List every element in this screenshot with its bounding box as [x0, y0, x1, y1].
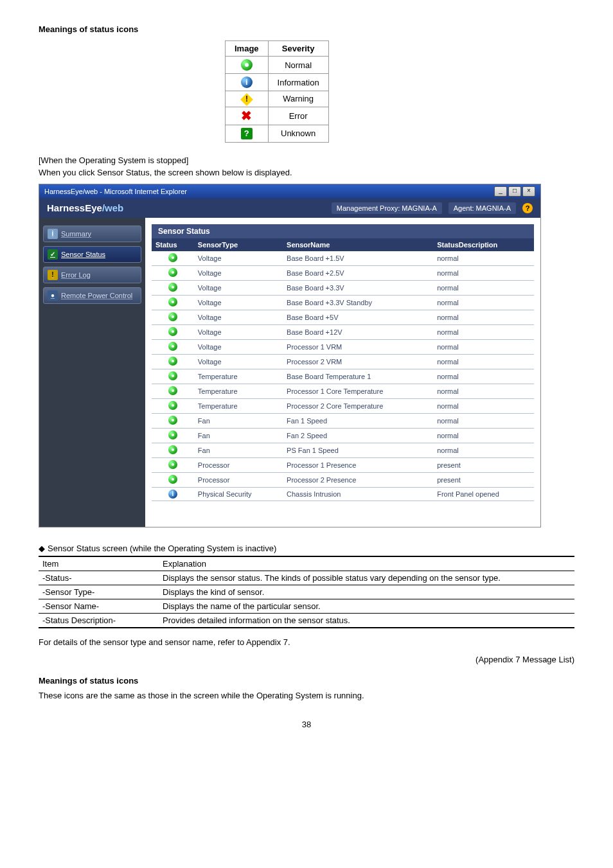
table-row: FanPS Fan 1 Speednormal — [152, 443, 534, 457]
sidebar-item-error-log[interactable]: ! Error Log — [43, 267, 141, 283]
table-row: iPhysical SecurityChassis IntrusionFront… — [152, 487, 534, 500]
severity-header-image: Image — [226, 41, 269, 57]
remote-power-icon: ● — [48, 290, 58, 301]
status-desc-cell: normal — [433, 280, 534, 295]
sensor-status-icon: ✓ — [48, 249, 58, 260]
sidebar-item-label: Summary — [61, 230, 91, 238]
explain-table: Item Explanation -Status- Displays the s… — [39, 556, 574, 628]
content-area: Sensor Status Status SensorType SensorNa… — [145, 218, 540, 527]
table-row: VoltageProcessor 1 VRMnormal — [152, 339, 534, 354]
sensor-type-cell: Fan — [194, 443, 283, 457]
normal-icon — [168, 268, 177, 277]
table-row: VoltageBase Board +3.3V Standbynormal — [152, 295, 534, 310]
sidebar-item-remote-power[interactable]: ● Remote Power Control — [43, 287, 141, 304]
status-desc-cell: normal — [433, 428, 534, 443]
sensor-name-cell: Base Board +3.3V Standby — [283, 295, 433, 310]
maximize-button[interactable]: □ — [508, 186, 521, 197]
normal-icon — [168, 342, 177, 351]
sensor-name-cell: Processor 2 Presence — [283, 472, 433, 487]
meanings-heading-2: Meanings of status icons — [39, 676, 574, 686]
severity-row: i Information — [226, 74, 329, 91]
status-desc-cell: normal — [433, 443, 534, 457]
table-row: VoltageBase Board +3.3Vnormal — [152, 280, 534, 295]
table-row: VoltageBase Board +5Vnormal — [152, 310, 534, 324]
normal-icon — [168, 416, 177, 425]
minimize-button[interactable]: _ — [494, 186, 507, 197]
meanings-heading-1: Meanings of status icons — [39, 24, 574, 34]
info-icon: i — [168, 490, 177, 499]
sensor-name-cell: Base Board +2.5V — [283, 265, 433, 280]
panel-title: Sensor Status — [152, 224, 534, 238]
sensor-type-cell: Voltage — [194, 280, 283, 295]
normal-icon — [168, 297, 177, 306]
sensor-name-cell: Processor 2 VRM — [283, 354, 433, 369]
sensor-type-cell: Temperature — [194, 369, 283, 384]
status-desc-cell: normal — [433, 324, 534, 339]
normal-icon — [168, 460, 177, 469]
sensor-name-cell: Base Board +5V — [283, 310, 433, 324]
table-row: TemperatureProcessor 1 Core Temperaturen… — [152, 384, 534, 398]
sidebar-item-summary[interactable]: i Summary — [43, 226, 141, 242]
sensor-name-cell: Processor 2 Core Temperature — [283, 398, 433, 413]
table-row: FanFan 2 Speednormal — [152, 428, 534, 443]
table-row: VoltageProcessor 2 VRMnormal — [152, 354, 534, 369]
normal-icon — [168, 283, 177, 292]
sidebar-item-sensor-status[interactable]: ✓ Sensor Status — [43, 246, 141, 263]
sensor-type-cell: Processor — [194, 472, 283, 487]
error-log-icon: ! — [48, 270, 58, 280]
normal-icon — [168, 475, 177, 484]
normal-icon — [241, 59, 253, 71]
normal-icon — [168, 253, 177, 262]
severity-label: Unknown — [268, 125, 328, 142]
severity-row: Warning — [226, 91, 329, 107]
sensor-type-cell: Fan — [194, 413, 283, 428]
sensor-name-cell: Base Board +3.3V — [283, 280, 433, 295]
severity-row: ✖ Error — [226, 107, 329, 125]
table-row: FanFan 1 Speednormal — [152, 413, 534, 428]
sidebar: i Summary ✓ Sensor Status ! Error Log ● … — [39, 218, 145, 527]
status-desc-cell: present — [433, 457, 534, 472]
severity-table: Image Severity Normal i Information Warn… — [225, 40, 329, 143]
app-header: HarnessEye/web Management Proxy: MAGNIA-… — [39, 199, 540, 218]
status-desc-cell: normal — [433, 295, 534, 310]
normal-icon — [168, 371, 177, 380]
management-proxy-label: Management Proxy: MAGNIA-A — [332, 202, 442, 214]
sensor-name-cell: Base Board +1.5V — [283, 251, 433, 266]
explain-header-expl: Explanation — [159, 556, 574, 571]
sensor-type-cell: Physical Security — [194, 487, 283, 500]
appendix-ref: (Appendix 7 Message List) — [39, 655, 574, 664]
sidebar-item-label: Sensor Status — [61, 251, 105, 258]
table-row: VoltageBase Board +2.5Vnormal — [152, 265, 534, 280]
explain-expl: Displays the kind of sensor. — [159, 585, 574, 599]
table-row: ProcessorProcessor 1 Presencepresent — [152, 457, 534, 472]
col-sensorname: SensorName — [283, 238, 433, 251]
summary-icon: i — [48, 229, 58, 239]
table-row: TemperatureProcessor 2 Core Temperaturen… — [152, 398, 534, 413]
close-button[interactable]: × — [522, 186, 535, 197]
severity-label: Normal — [268, 57, 328, 74]
sensor-name-cell: Processor 1 Presence — [283, 457, 433, 472]
sensor-type-cell: Voltage — [194, 251, 283, 266]
sensor-type-cell: Fan — [194, 428, 283, 443]
col-sensortype: SensorType — [194, 238, 283, 251]
help-icon[interactable]: ? — [522, 203, 533, 213]
sensor-type-cell: Voltage — [194, 324, 283, 339]
severity-row: ? Unknown — [226, 125, 329, 142]
severity-label: Information — [268, 74, 328, 91]
explain-header-item: Item — [39, 556, 159, 571]
explain-expl: Provides detailed information on the sen… — [159, 613, 574, 628]
icons-same-text: These icons are the same as those in the… — [39, 691, 574, 700]
error-icon: ✖ — [241, 109, 252, 123]
normal-icon — [168, 312, 177, 321]
col-status: Status — [152, 238, 194, 251]
when-stopped-text: [When the Operating System is stopped] — [39, 155, 574, 165]
unknown-icon: ? — [241, 128, 253, 139]
severity-row: Normal — [226, 57, 329, 74]
col-statusdesc: StatusDescription — [433, 238, 534, 251]
sensor-name-cell: Base Board +12V — [283, 324, 433, 339]
normal-icon — [168, 327, 177, 336]
info-icon: i — [241, 76, 253, 88]
severity-header-severity: Severity — [268, 41, 328, 57]
table-row: TemperatureBase Board Temperature 1norma… — [152, 369, 534, 384]
sidebar-item-label: Remote Power Control — [61, 292, 132, 299]
